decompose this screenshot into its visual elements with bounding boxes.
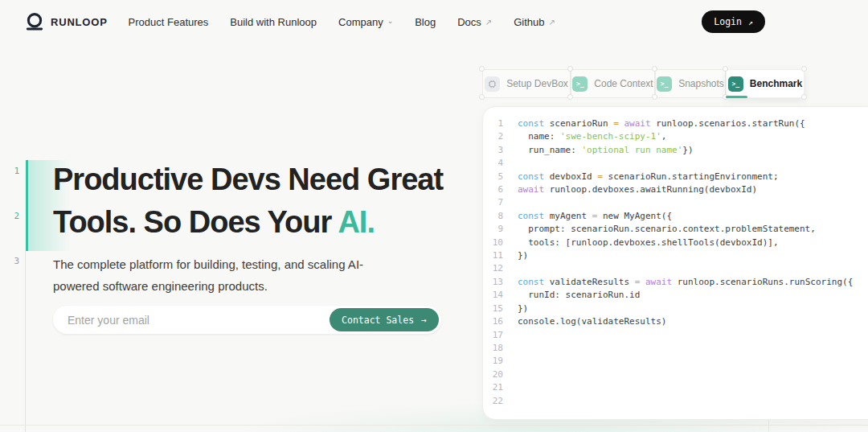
code-line: 11})	[483, 249, 868, 262]
active-tab-indicator	[726, 96, 747, 98]
corner-dot	[567, 94, 573, 100]
nav-item-label: Blog	[415, 16, 436, 28]
brand-name: RUNLOOP	[51, 16, 108, 28]
nav-item-blog[interactable]: Blog	[415, 16, 436, 28]
hero-heading-line1: Productive Devs Need Great	[53, 163, 443, 196]
footer-divider	[0, 425, 868, 426]
nav-item-label: Product Features	[129, 16, 209, 28]
code-line: 4	[483, 157, 868, 170]
tab-benchmark[interactable]: >_Benchmark	[726, 69, 805, 98]
code-line-number: 20	[483, 368, 503, 381]
code-line: 6await runloop.devboxes.awaitRunning(dev…	[483, 183, 868, 196]
contact-sales-button[interactable]: Contact Sales →	[330, 308, 439, 331]
hero-line-number: 1	[6, 166, 19, 176]
nav-item-product-features[interactable]: Product Features	[129, 16, 209, 28]
nav-item-label: Docs	[457, 16, 481, 28]
code-line: 5const devboxId = scenarioRun.startingEn…	[483, 171, 868, 183]
tab-label: Code Context	[594, 78, 653, 89]
corner-dot	[652, 66, 657, 72]
tab-code-context[interactable]: >_Code Context	[571, 69, 655, 98]
hero-line-number: 2	[6, 211, 19, 221]
external-link-icon: ↗	[549, 18, 555, 27]
hero-line-number: 3	[6, 256, 19, 266]
terminal-icon: >_	[728, 76, 743, 92]
terminal-icon: >_	[572, 76, 588, 92]
contact-sales-label: Contact Sales	[342, 315, 414, 326]
runloop-landing-page: RUNLOOP Product FeaturesBuild with Runlo…	[0, 0, 868, 432]
code-line-number: 5	[483, 171, 503, 183]
arrow-right-icon: →	[421, 315, 427, 326]
code-line: 10 tools: [runloop.devboxes.shellTools(d…	[483, 237, 868, 249]
code-line: 18	[483, 342, 868, 355]
code-line-source: })	[518, 249, 528, 262]
code-line-source: const scenarioRun = await runloop.scenar…	[518, 117, 805, 130]
code-line-number: 12	[483, 262, 503, 275]
corner-dot	[652, 94, 657, 100]
tab-label: Snapshots	[678, 78, 724, 89]
code-line: 17	[483, 329, 868, 342]
code-line-source: tools: [runloop.devboxes.shellTools(devb…	[518, 237, 779, 249]
code-line-source: runId: scenarioRun.id	[518, 289, 640, 302]
code-line-source: prompt: scenarioRun.scenario.context.pro…	[518, 223, 816, 236]
nav-item-docs[interactable]: Docs↗	[457, 16, 492, 28]
code-line-number: 8	[483, 210, 503, 223]
code-line-source: const myAgent = new MyAgent({	[518, 210, 672, 223]
external-link-icon: ↗	[485, 18, 492, 27]
main-nav: Product FeaturesBuild with RunloopCompan…	[129, 16, 555, 28]
code-line-source: await runloop.devboxes.awaitRunning(devb…	[518, 183, 757, 196]
code-line: 20	[483, 368, 868, 381]
code-line-source: const devboxId = scenarioRun.startingEnv…	[518, 171, 779, 183]
code-line: 15})	[483, 302, 868, 315]
code-line-number: 19	[483, 355, 503, 368]
code-line: 9 prompt: scenarioRun.scenario.context.p…	[483, 223, 868, 236]
login-button[interactable]: Login ↗	[702, 10, 765, 33]
code-line-source: console.log(validateResults)	[518, 315, 666, 328]
tab-label: Benchmark	[750, 78, 802, 89]
corner-dot	[801, 94, 807, 100]
code-line: 3 run_name: 'optional run name'})	[483, 144, 868, 157]
code-line-number: 18	[483, 342, 503, 355]
code-line: 12	[483, 262, 868, 275]
code-line: 1const scenarioRun = await runloop.scena…	[483, 117, 868, 130]
code-line-number: 3	[483, 144, 503, 157]
nav-item-github[interactable]: Github↗	[514, 16, 555, 28]
nav-item-label: Github	[514, 16, 544, 28]
code-line-number: 13	[483, 276, 503, 289]
nav-item-label: Company	[338, 16, 383, 28]
code-line-number: 11	[483, 249, 503, 262]
code-line-number: 21	[483, 381, 503, 394]
code-line: 19	[483, 355, 868, 368]
corner-dot	[479, 94, 485, 100]
code-line: 16console.log(validateResults)	[483, 315, 868, 328]
runloop-logo[interactable]: RUNLOOP	[24, 11, 108, 32]
code-line: 22	[483, 395, 868, 408]
code-line-source: const validateResults = await runloop.sc…	[518, 276, 853, 289]
code-line-number: 1	[483, 117, 503, 130]
chevron-down-icon: ⌄	[387, 17, 394, 25]
corner-dot	[567, 66, 573, 72]
code-line: 13const validateResults = await runloop.…	[483, 276, 868, 289]
hero-subtext: The complete platform for building, test…	[53, 253, 403, 297]
code-line-source: name: 'swe-bench-scipy-1',	[518, 130, 666, 143]
code-line-number: 17	[483, 329, 503, 342]
code-demo-tabs: Setup DevBox>_Code Context>_Snapshots>_B…	[482, 69, 805, 98]
external-link-icon: ↗	[748, 18, 753, 27]
nav-item-company[interactable]: Company⌄	[338, 16, 393, 28]
code-line-source: })	[518, 302, 528, 315]
code-line: 14 runId: scenarioRun.id	[483, 289, 868, 302]
code-line-source: run_name: 'optional run name'})	[518, 144, 694, 157]
email-input[interactable]	[53, 306, 330, 334]
code-line-number: 4	[483, 157, 503, 170]
code-line-number: 6	[483, 183, 503, 196]
code-line-number: 14	[483, 289, 503, 302]
top-navigation: RUNLOOP Product FeaturesBuild with Runlo…	[0, 0, 868, 43]
tab-snapshots[interactable]: >_Snapshots	[655, 69, 726, 98]
code-line: 7	[483, 196, 868, 209]
code-line-number: 2	[483, 130, 503, 143]
tab-setup-devbox[interactable]: Setup DevBox	[482, 69, 571, 98]
code-editor-panel: 1const scenarioRun = await runloop.scena…	[482, 106, 868, 420]
code-line-number: 10	[483, 237, 503, 249]
nav-item-build-with-runloop[interactable]: Build with Runloop	[230, 16, 317, 28]
code-line-number: 9	[483, 223, 503, 236]
editor-gutter-line	[25, 251, 26, 432]
